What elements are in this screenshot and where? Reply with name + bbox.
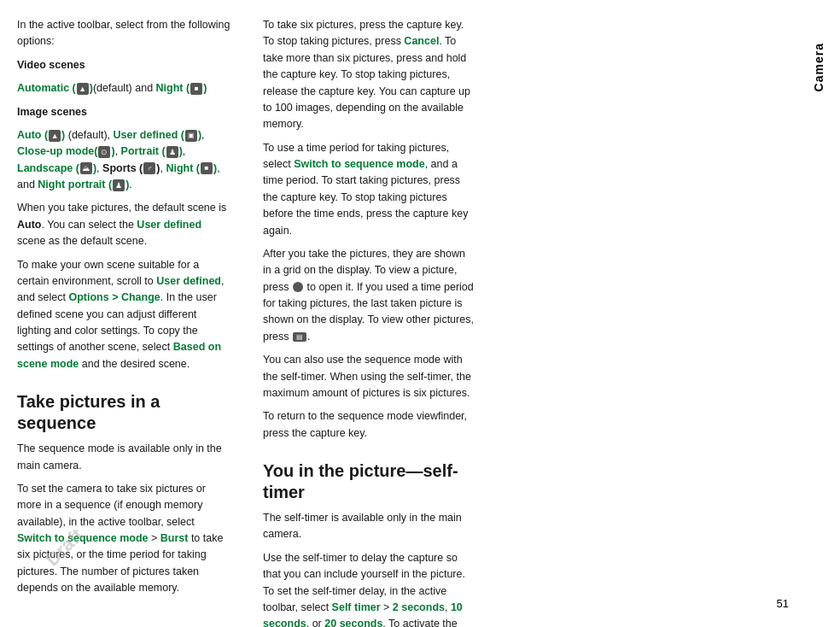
left-column: In the active toolbar, select from the f… [17, 17, 248, 610]
user-defined-icon: ▣ [185, 130, 197, 142]
intro-text: In the active toolbar, select from the f… [17, 17, 230, 50]
sidebar-label: Camera [812, 43, 825, 91]
sequence-details: To set the camera to take six pictures o… [17, 481, 230, 597]
auto-a-icon: ▲ [49, 130, 61, 142]
night-portrait-icon: ♟ [113, 179, 125, 191]
image-scenes-label: Image scenes [17, 104, 230, 120]
right-sidebar: Camera [797, 17, 840, 610]
video-scenes-label: Video scenes [17, 57, 230, 73]
time-period-text: To use a time period for taking pictures… [263, 140, 476, 239]
self-timer-details: Use the self-timer to delay the capture … [263, 550, 476, 627]
night-icon: ■ [190, 83, 202, 95]
landscape-icon: ⛰ [80, 162, 92, 174]
portrait-icon: ♟ [166, 146, 178, 158]
automatic-icon: ▲ [77, 83, 89, 95]
after-pictures-text: After you take the pictures, they are sh… [263, 246, 476, 345]
page-number: 51 [777, 597, 789, 610]
self-timer-heading: You in the picture—self-timer [263, 460, 476, 503]
scene-description: When you take pictures, the default scen… [17, 200, 230, 249]
return-viewfinder-text: To return to the sequence mode viewfinde… [263, 408, 476, 442]
page-container: Draft In the active toolbar, select from… [0, 0, 840, 627]
closeup-icon: ⊙ [98, 146, 110, 158]
sequence-intro: The sequence mode is available only in t… [17, 441, 230, 474]
view-rect-icon: ▤ [293, 332, 306, 342]
take-pictures-heading: Take pictures in a sequence [17, 391, 230, 434]
automatic-night-text: Automatic (▲)(default) and Night (■) [17, 80, 230, 97]
image-scenes-list: Auto (▲) (default), User defined (▣), Cl… [17, 127, 230, 194]
own-scene-text: To make your own scene suitable for a ce… [17, 257, 230, 373]
sports-icon: ♂ [143, 162, 155, 174]
columns-wrapper: In the active toolbar, select from the f… [17, 17, 797, 610]
six-pictures-text: To take six pictures, press the capture … [263, 17, 476, 133]
right-column: To take six pictures, press the capture … [263, 17, 493, 610]
night2-icon: ■ [201, 162, 213, 174]
self-timer-sequence-text: You can also use the sequence mode with … [263, 352, 476, 401]
self-timer-intro: The self-timer is available only in the … [263, 510, 476, 543]
view-circle-icon [293, 282, 303, 292]
main-content: In the active toolbar, select from the f… [0, 0, 840, 627]
